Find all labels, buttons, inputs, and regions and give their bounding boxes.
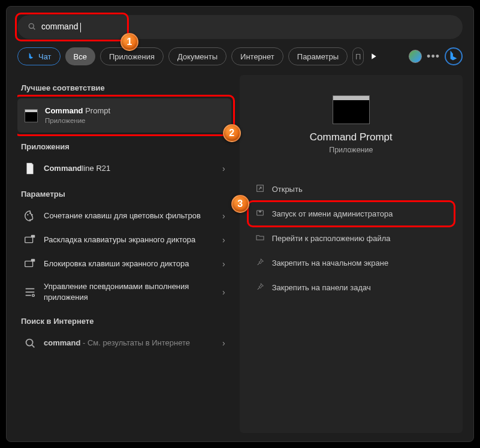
action-label: Перейти к расположению файла <box>272 234 391 243</box>
pin-icon <box>255 257 265 269</box>
chevron-right-icon: › <box>222 164 225 173</box>
annotation-badge-3: 3 <box>231 195 249 213</box>
section-web-search: Поиск в Интернете <box>17 308 231 330</box>
svg-point-2 <box>27 214 28 215</box>
start-search-window: command 1 Чат Все Приложения Документы И… <box>6 6 474 442</box>
result-label: Commandline R21 <box>44 163 215 174</box>
document-icon <box>23 162 37 175</box>
tab-web[interactable]: Интернет <box>231 47 283 65</box>
chevron-right-icon: › <box>222 235 225 245</box>
annotation-badge-2: 2 <box>223 124 241 142</box>
more-menu-icon[interactable]: ••• <box>427 50 440 63</box>
svg-point-4 <box>32 214 33 215</box>
chevron-right-icon: › <box>222 287 225 297</box>
action-label: Запуск от имени администратора <box>272 209 393 218</box>
action-label: Открыть <box>272 185 303 194</box>
chevron-right-icon: › <box>222 211 225 221</box>
filter-tabs: Чат Все Приложения Документы Интернет Па… <box>17 47 463 65</box>
action-open[interactable]: Открыть <box>249 178 453 200</box>
svg-point-12 <box>32 294 35 296</box>
svg-line-1 <box>33 28 35 29</box>
svg-point-13 <box>26 339 33 346</box>
detail-pane: Command Prompt Приложение Открыть Запуск… <box>240 75 463 433</box>
pin-icon <box>255 282 265 293</box>
bing-icon <box>26 52 36 61</box>
open-icon <box>255 184 265 195</box>
section-settings: Параметры <box>17 181 231 203</box>
bing-chat-button[interactable] <box>445 47 463 65</box>
section-apps: Приложения <box>17 134 231 156</box>
result-setting-narrator-keyboard[interactable]: Раскладка клавиатуры экранного диктора › <box>17 228 231 251</box>
detail-title: Command Prompt <box>249 131 453 143</box>
tab-settings[interactable]: Параметры <box>288 47 348 65</box>
result-setting-narrator-lock[interactable]: Блокировка клавиши экранного диктора › <box>17 252 231 275</box>
results-left-pane: Лучшее соответствие Command Prompt Прило… <box>17 75 231 433</box>
app-icon-large <box>333 95 370 124</box>
search-bar[interactable]: command <box>17 15 463 39</box>
result-label: Блокировка клавиши экранного диктора <box>44 258 215 269</box>
action-pin-start[interactable]: Закрепить на начальном экране <box>249 252 453 274</box>
action-run-as-admin[interactable]: Запуск от имени администратора <box>249 203 453 225</box>
shield-icon <box>255 208 265 220</box>
svg-rect-7 <box>25 261 33 266</box>
detail-subtitle: Приложение <box>249 146 453 154</box>
section-best-match: Лучшее соответствие <box>17 75 231 97</box>
search-icon <box>23 336 37 350</box>
scroll-right-icon[interactable] <box>369 52 378 61</box>
action-label: Закрепить на панели задач <box>272 283 371 292</box>
annotation-badge-1: 1 <box>120 33 138 51</box>
svg-point-0 <box>29 23 34 28</box>
palette-icon <box>23 209 37 223</box>
tab-documents[interactable]: Документы <box>168 47 227 65</box>
list-settings-icon <box>23 285 37 299</box>
chevron-right-icon: › <box>222 338 225 348</box>
search-input[interactable]: command <box>41 22 81 32</box>
svg-rect-8 <box>31 259 35 262</box>
tab-all[interactable]: Все <box>65 47 95 65</box>
folder-icon <box>255 233 265 244</box>
tab-chat[interactable]: Чат <box>17 47 61 65</box>
result-setting-app-aliases[interactable]: Управление псевдонимами выполнения прило… <box>17 276 231 307</box>
svg-rect-5 <box>25 237 33 242</box>
result-command-prompt[interactable]: Command Prompt Приложение <box>17 98 231 133</box>
result-commandline[interactable]: Commandline R21 › <box>17 157 231 180</box>
action-open-location[interactable]: Перейти к расположению файла <box>249 227 453 249</box>
result-label: command - См. результаты в Интернете <box>44 338 215 348</box>
cmd-icon <box>25 109 38 122</box>
result-label: Раскладка клавиатуры экранного диктора <box>44 234 215 245</box>
action-pin-taskbar[interactable]: Закрепить на панели задач <box>249 276 453 299</box>
screen-lock-icon <box>23 257 37 270</box>
svg-rect-6 <box>31 235 35 238</box>
search-icon <box>27 22 37 33</box>
result-setting-color-filters[interactable]: Сочетание клавиш для цветовых фильтров › <box>17 205 231 227</box>
result-label: Сочетание клавиш для цветовых фильтров <box>44 211 215 221</box>
svg-line-14 <box>32 345 34 347</box>
tab-more-stub[interactable]: П <box>352 47 364 65</box>
screen-keyboard-icon <box>23 233 37 246</box>
chevron-right-icon: › <box>222 259 225 269</box>
result-label: Command Prompt Приложение <box>45 106 224 125</box>
result-web-command[interactable]: command - См. результаты в Интернете › <box>17 332 231 354</box>
result-label: Управление псевдонимами выполнения прило… <box>44 281 215 302</box>
avatar[interactable] <box>409 50 422 63</box>
svg-point-3 <box>29 212 31 214</box>
action-label: Закрепить на начальном экране <box>272 258 389 267</box>
